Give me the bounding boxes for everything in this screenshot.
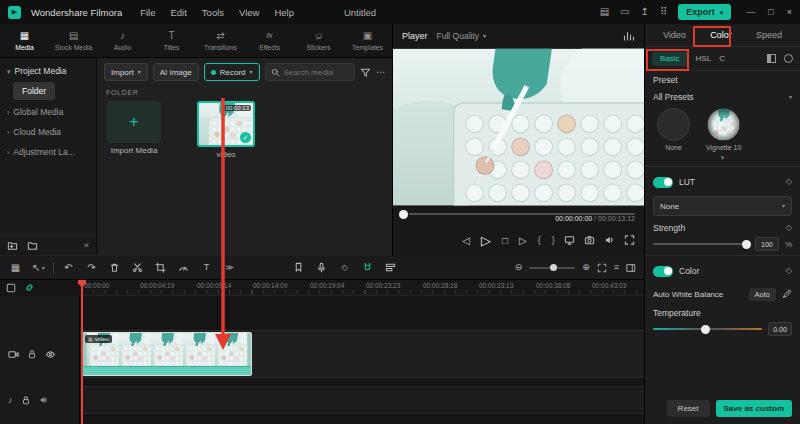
reset-button[interactable]: Reset — [667, 400, 710, 417]
tab-color[interactable]: Color — [710, 30, 732, 40]
timeline-ruler[interactable]: 00:00:00 00:00:04:19 00:00:09:14 00:00:1… — [80, 280, 644, 296]
fullscreen-icon[interactable] — [624, 235, 635, 246]
next-frame-icon[interactable]: ▷ — [519, 235, 527, 245]
import-button[interactable]: Import ▾ — [104, 63, 148, 81]
preset-none[interactable]: None — [657, 108, 690, 151]
volume-icon[interactable] — [604, 235, 615, 246]
seek-handle[interactable] — [399, 210, 408, 219]
timeline-video-clip[interactable]: ▦ video — [82, 332, 252, 376]
zoom-out-icon[interactable]: ⊖ — [515, 263, 523, 272]
ai-image-button[interactable]: AI Image — [153, 63, 199, 81]
strength-slider-handle[interactable] — [742, 240, 751, 249]
tab-stock-media[interactable]: ▤ Stock Media — [49, 24, 98, 57]
media-bin-icon[interactable]: ▦ — [4, 263, 27, 273]
video-track-lane[interactable]: ▦ video — [80, 330, 644, 378]
tab-titles[interactable]: T Titles — [147, 24, 196, 57]
video-thumbnail[interactable]: 00:00:13 ✓ — [197, 101, 255, 147]
crop-icon[interactable] — [149, 262, 172, 273]
zoom-slider[interactable] — [529, 267, 575, 269]
keyframe-diamond-icon[interactable]: ◇ — [786, 224, 792, 232]
minimize-button[interactable]: — — [746, 7, 755, 17]
lock-track-icon[interactable] — [27, 349, 37, 359]
video-track-icon[interactable] — [8, 349, 19, 360]
lut-toggle[interactable] — [653, 177, 673, 188]
menu-file[interactable]: File — [140, 7, 155, 18]
sidebar-item-folder[interactable]: Folder — [13, 82, 55, 100]
tab-audio[interactable]: ♪ Audio — [98, 24, 147, 57]
delete-icon[interactable] — [103, 262, 126, 273]
snap-magnet-icon[interactable] — [356, 262, 379, 273]
sidebar-item-project-media[interactable]: ▾ Project Media — [0, 61, 96, 81]
quality-dropdown[interactable]: Full Quality ▾ — [437, 31, 487, 41]
keyframe-diamond-icon[interactable]: ◇ — [786, 267, 792, 275]
stop-icon[interactable]: □ — [502, 235, 508, 245]
mute-track-icon[interactable] — [39, 395, 49, 405]
timeline-menu-icon[interactable]: ≡ — [614, 263, 619, 272]
text-tool-icon[interactable]: T — [195, 263, 218, 272]
previous-frame-icon[interactable]: ◁ — [462, 235, 470, 245]
fit-timeline-icon[interactable] — [597, 263, 607, 273]
tab-speed[interactable]: Speed — [756, 30, 782, 40]
panel-layout-icon[interactable] — [626, 263, 636, 273]
keyframe-icon[interactable]: ◇ — [333, 264, 356, 272]
lut-dropdown[interactable]: None ▾ — [653, 196, 792, 216]
playhead[interactable] — [81, 280, 83, 424]
import-media-tile[interactable]: + — [107, 101, 161, 143]
temperature-value[interactable]: 0.00 — [768, 322, 792, 336]
tab-media[interactable]: ▦ Media — [0, 24, 49, 57]
sidebar-item-global-media[interactable]: › Global Media — [0, 102, 96, 122]
menu-view[interactable]: View — [239, 7, 259, 18]
mark-out-icon[interactable]: } — [552, 236, 555, 245]
undo-icon[interactable]: ↶ — [57, 263, 80, 273]
marker-icon[interactable] — [287, 262, 310, 273]
preset-vignette-10[interactable]: Vignette 10 — [706, 108, 741, 151]
zoom-slider-handle[interactable] — [550, 264, 557, 271]
keyframe-diamond-icon[interactable]: ◇ — [786, 178, 792, 186]
color-toggle[interactable] — [653, 266, 673, 277]
link-clips-icon[interactable] — [24, 282, 35, 293]
tab-video[interactable]: Video — [663, 30, 686, 40]
awb-auto-button[interactable]: Auto — [749, 288, 776, 301]
clip-box-icon[interactable] — [6, 283, 16, 293]
eyedropper-icon[interactable] — [782, 289, 792, 299]
tab-effects[interactable]: fx Effects — [245, 24, 294, 57]
search-input[interactable] — [284, 68, 349, 77]
strength-value[interactable]: 100 — [755, 237, 779, 251]
filter-icon[interactable] — [360, 67, 371, 78]
redo-icon[interactable]: ↷ — [80, 263, 103, 273]
display-mode-icon[interactable] — [564, 235, 575, 246]
video-preview[interactable] — [393, 48, 644, 206]
voiceover-mic-icon[interactable] — [310, 262, 333, 273]
menu-edit[interactable]: Edit — [170, 7, 186, 18]
subtab-curve[interactable]: C — [719, 54, 725, 63]
mark-in-icon[interactable]: { — [538, 236, 541, 245]
tab-stickers[interactable]: ☺ Stickers — [294, 24, 343, 57]
close-button[interactable]: × — [787, 7, 792, 17]
shortcut-grid-icon[interactable]: ⠿ — [660, 7, 667, 17]
export-button[interactable]: Export ▾ — [678, 4, 731, 20]
maximize-button[interactable]: □ — [768, 7, 773, 17]
color-wheel-icon[interactable] — [784, 54, 793, 63]
track-manager-icon[interactable] — [379, 262, 402, 273]
play-icon[interactable]: ▷ — [481, 234, 491, 247]
menu-tools[interactable]: Tools — [202, 7, 224, 18]
compare-icon[interactable] — [767, 54, 776, 63]
all-presets-row[interactable]: All Presets ▾ — [645, 89, 800, 105]
lock-track-icon[interactable] — [21, 395, 31, 405]
tab-templates[interactable]: ▣ Templates — [343, 24, 392, 57]
subtab-hsl[interactable]: HSL — [696, 54, 712, 63]
new-folder-icon[interactable] — [7, 240, 18, 251]
tab-transitions[interactable]: ⇄ Transitions — [196, 24, 245, 57]
speed-icon[interactable] — [172, 262, 195, 273]
more-options-icon[interactable]: ⋯ — [376, 68, 385, 77]
expand-presets-button[interactable]: ▾ — [645, 153, 800, 163]
histogram-icon[interactable] — [623, 31, 635, 41]
zoom-in-icon[interactable]: ⊕ — [582, 263, 590, 272]
hide-track-eye-icon[interactable] — [45, 349, 56, 360]
save-as-custom-button[interactable]: Save as custom — [716, 400, 792, 417]
snapshot-camera-icon[interactable] — [584, 235, 595, 246]
subtab-basic[interactable]: Basic — [652, 52, 688, 66]
delete-folder-icon[interactable] — [27, 240, 38, 251]
more-tools-icon[interactable]: ≫ — [218, 264, 241, 272]
temperature-slider-handle[interactable] — [701, 325, 710, 334]
